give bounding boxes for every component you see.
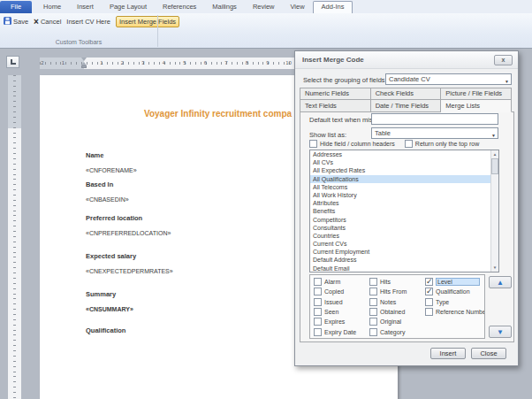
checkbox[interactable] [314, 288, 322, 295]
close-button[interactable]: Close [471, 348, 506, 359]
move-down-button[interactable]: ▼ [489, 326, 512, 338]
checkbox-item-qualification[interactable]: ✓Qualification [425, 287, 481, 296]
list-options-row: Hide field / column headersReturn only t… [309, 140, 479, 148]
cancel-button[interactable]: × Cancel [34, 18, 61, 26]
checkbox[interactable] [369, 288, 377, 295]
checkbox-item-issued[interactable]: Issued [314, 297, 369, 307]
list-item-current-employment[interactable]: Current Employment [310, 248, 498, 256]
tab-text-fields[interactable]: Text Fields [300, 99, 371, 112]
vertical-ruler[interactable] [8, 75, 21, 399]
insert-cv-here-button[interactable]: Insert CV Here [66, 18, 110, 26]
tab-picture-file-fields[interactable]: Picture / File Fields [441, 88, 512, 99]
checkbox[interactable] [369, 328, 377, 336]
checkbox-item-expires[interactable]: Expires [314, 317, 369, 326]
checkbox[interactable] [314, 298, 322, 306]
cancel-label: Cancel [41, 18, 61, 26]
checkbox[interactable] [314, 278, 322, 286]
list-item-all-qualifications[interactable]: All Qualifications [310, 175, 498, 183]
checkbox[interactable] [314, 318, 322, 326]
listbox-scrollbar[interactable]: ▲ ▼ [490, 150, 498, 272]
default-text-input[interactable] [371, 113, 498, 125]
scroll-down-icon[interactable]: ▼ [491, 264, 498, 272]
scroll-up-icon[interactable]: ▲ [491, 150, 498, 158]
checkbox-label: Category [380, 329, 405, 335]
tab-numeric-fields[interactable]: Numeric Fields [300, 88, 371, 99]
field-checkbox-grid: AlarmCopiedIssuedSeenExpiresExpiry DateH… [309, 274, 485, 339]
list-item-competitors[interactable]: Competitors [310, 216, 498, 224]
checkbox-item-copied[interactable]: Copied [314, 287, 369, 296]
ruler-number: 7 [223, 58, 230, 68]
list-item-default-email[interactable]: Default Email [310, 265, 498, 272]
first-line-indent-marker[interactable] [81, 58, 87, 61]
list-item-all-work-history[interactable]: All Work History [310, 191, 498, 199]
tab-merge-lists[interactable]: Merge Lists [441, 99, 512, 112]
checkbox[interactable] [425, 298, 433, 306]
ruler-number: 8 [244, 58, 251, 68]
checkbox-item-level[interactable]: ✓Level [425, 277, 481, 287]
save-button[interactable]: Save [4, 17, 28, 27]
checkbox-item-alarm[interactable]: Alarm [314, 277, 369, 287]
checkbox-label: Qualification [436, 288, 470, 295]
checkbox[interactable] [369, 298, 377, 306]
checkbox[interactable] [405, 140, 413, 148]
checkbox[interactable] [369, 308, 377, 316]
checkbox-item-seen[interactable]: Seen [314, 307, 369, 317]
option-return-only-the-top-row[interactable]: Return only the top row [405, 140, 479, 148]
checkbox[interactable] [425, 308, 433, 316]
list-item-addresses[interactable]: Addresses [310, 150, 498, 158]
checkbox[interactable] [314, 328, 322, 336]
list-item-countries[interactable]: Countries [310, 232, 498, 240]
show-list-combobox[interactable]: Table ▼ [371, 127, 498, 139]
checkbox-item-type[interactable]: Type [425, 297, 481, 307]
ribbon-tab-view[interactable]: View [282, 1, 312, 13]
checkbox-item-expiry-date[interactable]: Expiry Date [314, 326, 369, 336]
ribbon-tab-insert[interactable]: Insert [69, 1, 102, 13]
list-item-consultants[interactable]: Consultants [310, 224, 498, 232]
checkbox-item-notes[interactable]: Notes [369, 297, 425, 307]
list-item-current-cvs[interactable]: Current CVs [310, 240, 498, 248]
merge-list-listbox[interactable]: AddressesAll CVsAll Expected RatesAll Qu… [309, 150, 499, 272]
document-heading: Voyager Infinity recruitment compa [144, 109, 292, 119]
list-item-all-expected-rates[interactable]: All Expected Rates [310, 166, 498, 174]
tab-check-fields[interactable]: Check Fields [371, 88, 442, 99]
checkbox-item-hits-from[interactable]: Hits From [369, 287, 425, 296]
insert-merge-fields-button[interactable]: Insert Merge Fields [116, 16, 179, 27]
list-item-benefits[interactable]: Benefits [310, 207, 498, 215]
checkbox[interactable] [314, 308, 322, 316]
checkbox-item-obtained[interactable]: Obtained [369, 307, 425, 317]
tab-date-time-fields[interactable]: Date / Time Fields [371, 99, 442, 112]
checkbox-item-category[interactable]: Category [369, 326, 425, 336]
list-item-default-address[interactable]: Default Address [310, 256, 498, 264]
ruler-number: 3 [140, 58, 147, 68]
dialog-close-button[interactable]: x [494, 55, 513, 65]
ribbon-tab-references[interactable]: References [155, 1, 204, 13]
ribbon-tab-page-layout[interactable]: Page Layout [102, 1, 155, 13]
option-hide-field-column-headers[interactable]: Hide field / column headers [309, 140, 395, 148]
checkbox[interactable] [369, 318, 377, 326]
list-item-attributes[interactable]: Attributes [310, 199, 498, 207]
ribbon-tab-add-ins[interactable]: Add-Ins [313, 1, 353, 13]
list-item-all-telecoms[interactable]: All Telecoms [310, 183, 498, 191]
left-indent-marker[interactable] [81, 65, 87, 68]
move-up-button[interactable]: ▲ [489, 276, 512, 288]
checkbox[interactable]: ✓ [425, 288, 433, 295]
checkbox[interactable] [369, 278, 377, 286]
ribbon-tab-file[interactable]: File [0, 1, 32, 13]
chevron-down-icon: ▼ [505, 77, 509, 85]
grouping-combobox[interactable]: Candidate CV ▼ [385, 73, 512, 85]
checkbox-item-reference-number[interactable]: Reference Number [425, 307, 481, 317]
ruler-number: 2 [39, 58, 46, 68]
list-item-all-cvs[interactable]: All CVs [310, 158, 498, 166]
checkbox[interactable]: ✓ [425, 278, 433, 286]
checkbox-item-hits[interactable]: Hits [369, 277, 425, 287]
ribbon-tab-mailings[interactable]: Mailings [204, 1, 245, 13]
ribbon-group-separator [157, 15, 158, 47]
ribbon-tab-home[interactable]: Home [35, 1, 69, 13]
checkbox-column-3: ✓Level✓QualificationTypeReference Number [425, 277, 481, 338]
checkbox[interactable] [309, 140, 317, 148]
insert-button[interactable]: Insert [430, 348, 466, 359]
scrollbar-thumb[interactable] [491, 158, 498, 174]
checkbox-item-original[interactable]: Original [369, 317, 425, 326]
tab-stop-selector[interactable] [6, 56, 19, 68]
ribbon-tab-review[interactable]: Review [245, 1, 283, 13]
